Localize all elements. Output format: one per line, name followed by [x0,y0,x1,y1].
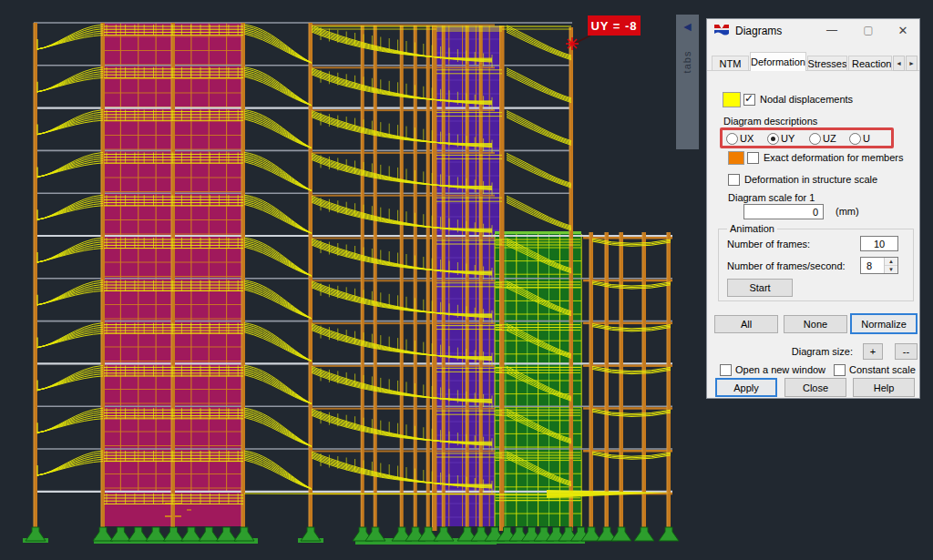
dialog-titlebar[interactable]: Diagrams — ▢ ✕ [707,19,919,43]
none-button[interactable]: None [784,315,847,333]
radio-uz[interactable] [809,133,821,145]
tabs-collapse-bar[interactable]: ◄ tabs [676,15,699,149]
radio-uy-label: UY [781,133,795,144]
close-dialog-button[interactable]: Close [784,378,846,397]
collapse-left-arrow-icon[interactable]: ◄ [682,20,694,33]
open-new-window-checkbox[interactable] [720,364,732,376]
constant-scale-checkbox[interactable] [834,364,846,376]
diagram-scale-input[interactable]: 0 [743,204,824,219]
diagrams-dialog: Diagrams — ▢ ✕ NTM Deformation Stresses … [706,18,920,399]
exact-deformation-checkbox[interactable] [747,152,759,164]
diagrams-app-icon [714,25,730,37]
tab-deformation[interactable]: Deformation [750,52,806,71]
exact-deformation-color-swatch[interactable] [728,151,744,165]
supports [23,527,679,545]
diagram-size-minus-button[interactable]: -- [895,343,918,360]
tab-reactions[interactable]: Reactions [848,56,892,70]
maximize-button[interactable]: ▢ [855,21,882,39]
nodal-color-swatch[interactable] [723,92,741,107]
radio-uz-label: UZ [823,133,836,144]
tab-stresses[interactable]: Stresses [807,56,847,70]
help-button[interactable]: Help [853,378,915,397]
radio-uy[interactable] [767,133,779,145]
nodal-displacements-label: Nodal displacements [760,94,853,105]
close-button[interactable]: ✕ [889,21,917,39]
open-new-window-label: Open a new window [735,364,825,375]
max-displacement-label: UY = -8 [588,15,641,36]
radio-u[interactable] [849,133,861,145]
dialog-tabstrip: NTM Deformation Stresses Reactions ◄ ► [707,52,919,71]
dialog-title: Diagrams [735,25,782,37]
radio-ux[interactable] [726,133,738,145]
minimize-button[interactable]: — [818,21,846,39]
tabs-bar-label: tabs [682,51,692,74]
application-window: UY = -8 ◄ tabs Diagrams — ▢ ✕ NTM Deform… [0,0,933,560]
nodal-displacements-checkbox[interactable]: ✓ [743,94,755,106]
radio-ux-label: UX [740,133,754,144]
fps-spin-down-icon[interactable]: ▼ [885,266,897,273]
start-button[interactable]: Start [727,279,793,297]
radio-u-label: U [863,133,870,144]
fps-spin-up-icon[interactable]: ▲ [885,258,897,266]
frames-input[interactable]: 10 [860,236,898,251]
animation-legend: Animation [727,223,777,234]
exact-deformation-label: Exact deformation for members [764,152,903,163]
all-button[interactable]: All [714,315,778,333]
tab-scroll-right-icon[interactable]: ► [906,56,918,71]
fps-label: Number of frames/second: [727,260,846,271]
diagram-scale-label: Diagram scale for 1 [728,192,815,203]
constant-scale-label: Constant scale [849,364,916,375]
diagram-descriptions-label: Diagram descriptions [723,116,817,127]
fps-spinner[interactable]: 8 ▲ ▼ [860,257,898,274]
apply-button[interactable]: Apply [715,378,777,397]
diagram-scale-unit: (mm) [836,206,859,217]
diagram-size-label: Diagram size: [762,346,853,357]
tab-ntm[interactable]: NTM [712,56,749,70]
structure-scale-label: Deformation in structure scale [744,174,877,185]
normalize-button[interactable]: Normalize [850,313,918,334]
tab-scroll-left-icon[interactable]: ◄ [893,56,905,71]
diagram-size-plus-button[interactable]: + [863,343,883,360]
frames-label: Number of frames: [727,239,810,249]
structure-scale-checkbox[interactable] [728,174,740,186]
